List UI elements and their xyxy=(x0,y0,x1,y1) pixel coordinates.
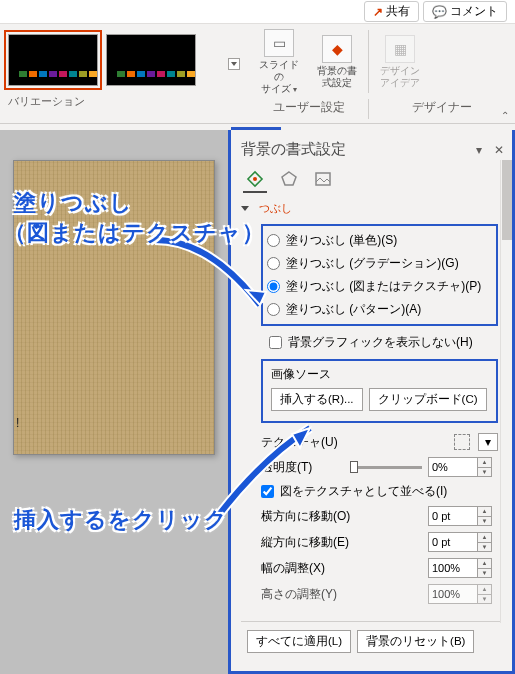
svg-point-1 xyxy=(253,177,257,181)
ribbon: バリエーション ▭ スライドの サイズ ◆ 背景の書 式設定 ▦ デザイン アイ… xyxy=(0,24,515,124)
design-ideas-icon: ▦ xyxy=(385,35,415,63)
image-source-group: 画像ソース 挿入する(R)... クリップボード(C) xyxy=(261,359,498,423)
pane-tabs xyxy=(241,169,504,189)
reset-background-button[interactable]: 背景のリセット(B) xyxy=(357,630,474,653)
transparency-spinner[interactable]: ▲▼ xyxy=(428,457,498,477)
slide-canvas-area: ! xyxy=(0,130,228,674)
color-swatches xyxy=(117,71,195,77)
fill-pattern-radio[interactable]: 塗りつぶし (パターン)(A) xyxy=(267,301,492,318)
slide-preview[interactable]: ! xyxy=(13,160,215,455)
fill-gradient-radio[interactable]: 塗りつぶし (グラデーション)(G) xyxy=(267,255,492,272)
pane-title: 背景の書式設定 xyxy=(241,140,346,159)
format-bg-icon: ◆ xyxy=(322,35,352,63)
insert-button[interactable]: 挿入する(R)... xyxy=(271,388,363,411)
paint-bucket-icon xyxy=(246,170,264,188)
fill-solid-radio[interactable]: 塗りつぶし (単色)(S) xyxy=(267,232,492,249)
clipboard-button[interactable]: クリップボード(C) xyxy=(369,388,487,411)
caret-down-icon xyxy=(241,206,249,211)
svg-marker-2 xyxy=(282,172,296,185)
offset-x-spinner[interactable]: ▲▼ xyxy=(428,506,498,526)
texture-swatch xyxy=(454,434,470,450)
format-background-pane: 背景の書式設定 ▾ ✕ つぶし xyxy=(228,130,515,674)
variation-thumb[interactable] xyxy=(8,34,98,86)
design-ideas-button: ▦ デザイン アイデア xyxy=(371,24,429,99)
pane-close-button[interactable]: ✕ xyxy=(494,143,504,157)
texture-dropdown[interactable]: ▾ xyxy=(478,433,498,451)
offset-y-row: 縦方向に移動(E) ▲▼ xyxy=(261,532,498,552)
fill-tab[interactable] xyxy=(245,169,265,189)
fill-picture-radio[interactable]: 塗りつぶし (図またはテクスチャ)(P) xyxy=(267,278,492,295)
format-background-button[interactable]: ◆ 背景の書 式設定 xyxy=(308,24,366,99)
scale-x-row: 幅の調整(X) ▲▼ xyxy=(261,558,498,578)
share-button[interactable]: ↗共有 xyxy=(364,1,419,22)
variation-gallery[interactable] xyxy=(0,24,250,94)
title-bar: ↗共有 💬コメント xyxy=(0,0,515,24)
offset-y-spinner[interactable]: ▲▼ xyxy=(428,532,498,552)
slide-size-button[interactable]: ▭ スライドの サイズ xyxy=(250,24,308,99)
pane-options-button[interactable]: ▾ xyxy=(476,143,482,157)
texture-row: テクスチャ(U) ▾ xyxy=(261,433,498,451)
image-source-label: 画像ソース xyxy=(271,367,488,382)
tile-checkbox[interactable]: 図をテクスチャとして並べる(I) xyxy=(261,483,498,500)
comment-button[interactable]: 💬コメント xyxy=(423,1,507,22)
picture-icon xyxy=(314,170,332,188)
transparency-row: 透明度(T) ▲▼ xyxy=(261,457,498,477)
variation-thumb[interactable] xyxy=(106,34,196,86)
picture-tab[interactable] xyxy=(313,169,333,189)
scale-x-spinner[interactable]: ▲▼ xyxy=(428,558,498,578)
group-label-designer: デザイナー xyxy=(369,99,515,119)
fill-section-header[interactable]: つぶし xyxy=(241,201,504,216)
color-swatches xyxy=(19,71,97,77)
svg-rect-3 xyxy=(316,173,330,185)
group-label-user: ユーザー設定 xyxy=(250,99,368,119)
transparency-slider[interactable] xyxy=(352,466,422,469)
pane-scrollbar[interactable] xyxy=(500,160,512,623)
fill-type-group: 塗りつぶし (単色)(S) 塗りつぶし (グラデーション)(G) 塗りつぶし (… xyxy=(261,224,498,326)
offset-x-row: 横方向に移動(O) ▲▼ xyxy=(261,506,498,526)
hide-bg-checkbox[interactable]: 背景グラフィックを表示しない(H) xyxy=(269,334,498,351)
placeholder-mark: ! xyxy=(16,416,19,430)
slide-size-icon: ▭ xyxy=(264,29,294,57)
scale-y-spinner[interactable]: ▲▼ xyxy=(428,584,498,604)
ribbon-collapse-button[interactable]: ⌃ xyxy=(501,110,509,121)
scale-y-row: 高さの調整(Y) ▲▼ xyxy=(261,584,498,604)
pentagon-icon xyxy=(280,170,298,188)
apply-all-button[interactable]: すべてに適用(L) xyxy=(247,630,351,653)
variation-group-label: バリエーション xyxy=(0,94,250,109)
variation-more-button[interactable] xyxy=(228,58,240,70)
effects-tab[interactable] xyxy=(279,169,299,189)
